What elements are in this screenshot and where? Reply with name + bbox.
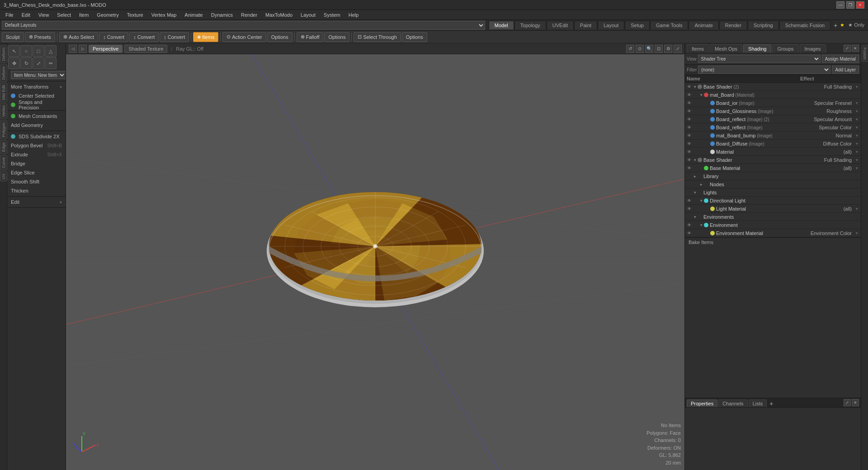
action-options-button[interactable]: Options bbox=[267, 32, 292, 42]
vp-settings-icon[interactable]: ⚙ bbox=[664, 45, 672, 53]
minimize-button[interactable]: — bbox=[836, 1, 844, 9]
prop-expand-icon[interactable]: ⤢ bbox=[844, 399, 851, 406]
edge-slice-button[interactable]: Edge Slice bbox=[9, 168, 64, 177]
menu-texture[interactable]: Texture bbox=[123, 11, 147, 19]
tree-eye-icon[interactable]: 👁 bbox=[686, 132, 692, 139]
menu-layout[interactable]: Layout bbox=[297, 11, 319, 19]
menu-edit[interactable]: Edit bbox=[18, 11, 34, 19]
tab-paint[interactable]: Paint bbox=[574, 21, 597, 29]
maximize-button[interactable]: ❐ bbox=[846, 1, 854, 9]
rp-close-icon[interactable]: ✕ bbox=[852, 45, 859, 52]
center-selected-button[interactable]: Center Selected bbox=[9, 91, 64, 100]
vtab-uv[interactable]: UV bbox=[0, 171, 7, 182]
rp-expand-icon[interactable]: ⤢ bbox=[844, 45, 851, 52]
convert-button-1[interactable]: ↕ Convert bbox=[99, 32, 128, 42]
menu-item[interactable]: Item bbox=[75, 11, 92, 19]
item-menu-select[interactable]: Item Menu: New Item bbox=[11, 71, 66, 79]
tab-schematic[interactable]: Schematic Fusion bbox=[779, 21, 830, 29]
tree-effect-dropdown[interactable]: ▾ bbox=[854, 207, 860, 211]
sculpt-button[interactable]: Sculpt bbox=[2, 32, 24, 42]
tab-layout[interactable]: Layout bbox=[598, 21, 624, 29]
tree-row[interactable]: ▾Environments bbox=[685, 213, 861, 221]
tree-row[interactable]: 👁Board_ior (Image)Specular Fresnel▾ bbox=[685, 99, 861, 107]
vtab-polygon[interactable]: Polygon bbox=[0, 120, 7, 140]
rp-tab-mesh-ops[interactable]: Mesh Ops bbox=[710, 44, 742, 53]
window-controls[interactable]: — ❐ ✕ bbox=[836, 1, 864, 9]
tree-eye-icon[interactable]: 👁 bbox=[686, 108, 692, 114]
tree-eye-icon[interactable]: 👁 bbox=[686, 149, 692, 155]
vtab-deform2[interactable]: Deform bbox=[0, 64, 7, 82]
tree-eye-icon[interactable]: 👁 bbox=[686, 230, 692, 236]
tree-expand-arrow[interactable]: ▾ bbox=[698, 223, 704, 227]
tool-pen-icon[interactable]: ✏ bbox=[45, 57, 57, 69]
tree-eye-icon[interactable] bbox=[686, 214, 692, 220]
tree-effect-dropdown[interactable]: ▾ bbox=[854, 125, 860, 130]
close-button[interactable]: ✕ bbox=[856, 1, 864, 9]
tree-effect-dropdown[interactable]: ▾ bbox=[854, 109, 860, 113]
tree-eye-icon[interactable]: 👁 bbox=[686, 165, 692, 171]
rvtab-fusion[interactable]: Fusion bbox=[861, 45, 868, 62]
prop-tab-channels[interactable]: Channels bbox=[718, 400, 747, 407]
snaps-precision-button[interactable]: Snaps and Precision bbox=[9, 100, 64, 109]
select-options-button[interactable]: Options bbox=[402, 32, 427, 42]
tree-row[interactable]: 👁Board_Diffuse (Image)Diffuse Color▾ bbox=[685, 140, 861, 148]
layout-selector[interactable]: Default Layouts bbox=[2, 21, 485, 30]
prop-tab-lists[interactable]: Lists bbox=[749, 400, 767, 407]
presets-button[interactable]: ⊕ Presets bbox=[25, 32, 55, 42]
add-layer-button[interactable]: Add Layer bbox=[832, 66, 859, 74]
tree-eye-icon[interactable]: 👁 bbox=[686, 116, 692, 122]
tree-effect-dropdown[interactable]: ▾ bbox=[854, 231, 860, 235]
tree-row[interactable]: 👁▾Environment bbox=[685, 221, 861, 229]
tree-eye-icon[interactable]: 👁 bbox=[686, 100, 692, 106]
tree-eye-icon[interactable]: 👁 bbox=[686, 197, 692, 204]
view-selector[interactable]: Shader Tree bbox=[698, 55, 821, 63]
tree-effect-dropdown[interactable]: ▾ bbox=[854, 101, 860, 105]
rp-tab-images[interactable]: Images bbox=[800, 44, 826, 53]
tree-eye-icon[interactable]: 👁 bbox=[686, 92, 692, 98]
tree-eye-icon[interactable]: 👁 bbox=[686, 141, 692, 147]
add-tab-button[interactable]: + bbox=[831, 21, 840, 30]
polygon-bevel-button[interactable]: Polygon Bevel Shift+B bbox=[9, 141, 64, 150]
vp-forward-button[interactable]: ▷ bbox=[79, 45, 87, 53]
tree-eye-icon[interactable] bbox=[686, 173, 692, 179]
tree-effect-dropdown[interactable]: ▾ bbox=[854, 117, 860, 122]
assign-material-button[interactable]: Assign Material bbox=[822, 55, 859, 63]
menu-view[interactable]: View bbox=[35, 11, 53, 19]
tree-row[interactable]: 👁Light Material(all)▾ bbox=[685, 205, 861, 213]
mesh-constraints-button[interactable]: Mesh Constraints bbox=[9, 112, 64, 121]
tree-effect-dropdown[interactable]: ▾ bbox=[854, 158, 860, 162]
tree-effect-dropdown[interactable]: ▾ bbox=[854, 166, 860, 170]
prop-tab-properties[interactable]: Properties bbox=[687, 400, 717, 407]
tree-eye-icon[interactable]: 👁 bbox=[686, 124, 692, 131]
add-prop-tab-button[interactable]: + bbox=[768, 400, 775, 407]
tab-animate[interactable]: Animate bbox=[689, 21, 718, 29]
tab-topology[interactable]: Topology bbox=[514, 21, 546, 29]
convert-button-2[interactable]: ↕ Convert bbox=[129, 32, 159, 42]
tab-scripting[interactable]: Scripting bbox=[748, 21, 779, 29]
tab-model[interactable]: Model bbox=[489, 21, 514, 29]
tree-expand-arrow[interactable]: ▾ bbox=[692, 85, 698, 89]
falloff-options-button[interactable]: Options bbox=[324, 32, 349, 42]
tree-eye-icon[interactable] bbox=[686, 181, 692, 188]
tree-expand-arrow[interactable]: ▾ bbox=[698, 198, 704, 203]
tree-expand-arrow[interactable]: ▾ bbox=[692, 215, 698, 219]
tree-expand-arrow[interactable]: ▾ bbox=[698, 93, 704, 97]
tree-row[interactable]: ▸Library bbox=[685, 172, 861, 180]
tree-expand-arrow[interactable]: ▸ bbox=[692, 174, 698, 179]
vp-center-icon[interactable]: ⊙ bbox=[636, 45, 644, 53]
menu-file[interactable]: File bbox=[2, 11, 17, 19]
convert-button-3[interactable]: ↕ Convert bbox=[160, 32, 189, 42]
vtab-vertex[interactable]: Vertex bbox=[0, 103, 7, 119]
vp-tab-shaded[interactable]: Shaded Texture bbox=[124, 45, 167, 53]
tree-row[interactable]: 👁Base Material(all)▾ bbox=[685, 164, 861, 172]
tree-row[interactable]: 👁mat_Board_bump (Image)Normal▾ bbox=[685, 132, 861, 140]
add-geometry-button[interactable]: Add Geometry bbox=[9, 121, 64, 130]
tree-row[interactable]: 👁Environment MaterialEnvironment Color▾ bbox=[685, 229, 861, 237]
tree-effect-dropdown[interactable]: ▾ bbox=[854, 141, 860, 146]
tree-expand-arrow[interactable]: ▾ bbox=[692, 158, 698, 162]
vp-tab-perspective[interactable]: Perspective bbox=[89, 45, 123, 53]
tree-eye-icon[interactable]: 👁 bbox=[686, 206, 692, 212]
filter-selector[interactable]: (none) bbox=[698, 66, 830, 74]
only-label[interactable]: ★ Only bbox=[848, 22, 864, 28]
edit-button[interactable]: Edit ▾ bbox=[9, 197, 64, 207]
